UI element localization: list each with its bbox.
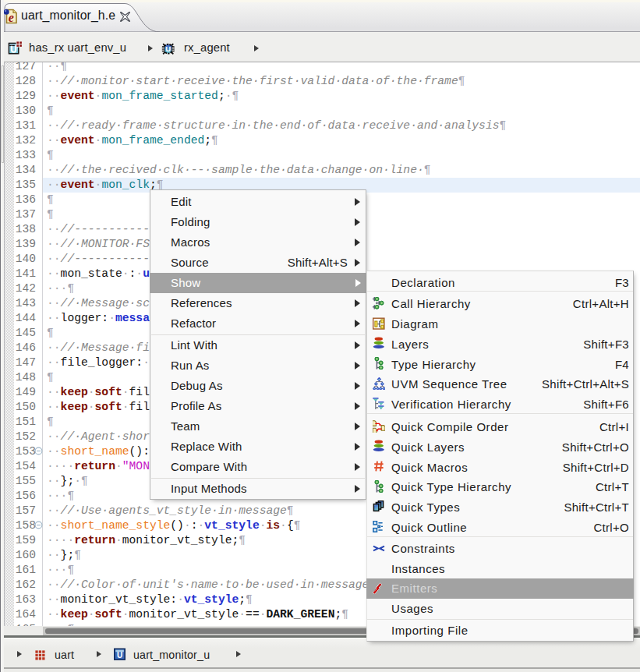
svg-text:e: e (9, 10, 14, 23)
svg-text:U: U (165, 44, 171, 53)
svg-text:U: U (117, 651, 122, 660)
